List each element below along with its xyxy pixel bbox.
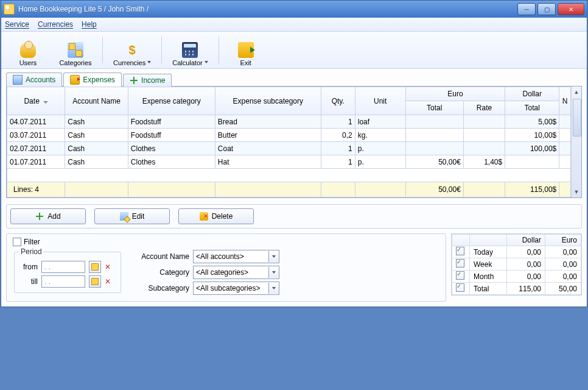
grid-footer: Lines: 4 50,00€ 115,00$	[7, 182, 571, 197]
period-label: Period	[19, 247, 43, 256]
sort-desc-icon	[43, 101, 48, 104]
maximize-button[interactable]: ▢	[537, 3, 556, 15]
from-date-picker[interactable]	[89, 261, 101, 273]
col-subcategory[interactable]: Expense subcategory	[215, 87, 321, 115]
table-row[interactable]: 01.07.2011CashClothesHat1p.50,00€1,40$	[7, 155, 571, 169]
exit-icon	[238, 42, 254, 58]
users-icon	[20, 42, 36, 58]
col-n[interactable]: N	[559, 87, 571, 115]
toolbar-exit[interactable]: Exit	[223, 32, 269, 68]
chevron-down-icon	[268, 283, 279, 294]
tab-strip: Accounts Expenses Income	[6, 71, 582, 87]
add-button[interactable]: Add	[10, 208, 86, 224]
title-bar: Home Bookkeeping Lite 5 / John Smith / ─…	[1, 1, 587, 18]
till-date-picker[interactable]	[89, 275, 101, 288]
delete-icon	[200, 212, 208, 221]
col-dollar-group[interactable]: Dollar	[505, 87, 559, 101]
toolbar-categories[interactable]: Categories	[52, 32, 99, 68]
accounts-icon	[13, 75, 23, 85]
toolbar-separator	[161, 37, 162, 63]
filter-category-combo[interactable]: <All categories>	[193, 266, 279, 279]
window-title: Home Bookkeeping Lite 5 / John Smith /	[18, 5, 517, 13]
table-row[interactable]: 02.07.2011CashClothesCoat1p.100,00$	[7, 142, 571, 155]
col-dollar-total[interactable]: Total	[505, 101, 559, 115]
from-date-clear[interactable]	[105, 263, 113, 271]
till-date-clear[interactable]	[105, 277, 113, 286]
summary-head-dollar: Dollar	[507, 235, 545, 246]
calendar-icon	[91, 263, 99, 271]
from-label: from	[19, 263, 38, 271]
toolbar-separator	[219, 37, 219, 63]
scroll-up-icon[interactable]: ▲	[573, 88, 580, 96]
categories-icon	[68, 42, 83, 58]
filter-subcategory-combo[interactable]: <All subcategories>	[193, 282, 279, 295]
col-unit[interactable]: Unit	[355, 87, 405, 115]
toolbar-calculator[interactable]: Calculator	[166, 32, 215, 68]
grid-empty-area[interactable]	[7, 169, 571, 182]
summary-row: Month0,000,00	[452, 271, 581, 283]
toolbar-users[interactable]: Users	[5, 32, 51, 68]
table-row[interactable]: 04.07.2011CashFoodstuffBread1loaf5,00$	[7, 115, 571, 129]
app-icon	[4, 4, 15, 15]
tab-accounts[interactable]: Accounts	[6, 73, 62, 87]
menu-help[interactable]: Help	[82, 20, 97, 29]
toolbar: Users Categories Currencies Calculator E…	[1, 32, 587, 69]
scroll-down-icon[interactable]: ▼	[573, 188, 580, 196]
close-button[interactable]: ✕	[558, 3, 584, 15]
col-euro-total[interactable]: Total	[405, 101, 463, 115]
filter-checkbox[interactable]	[13, 238, 21, 246]
menu-bar: Service Currencies Help	[1, 18, 587, 32]
toolbar-currencies[interactable]: Currencies	[107, 32, 158, 68]
filter-account-label: Account Name	[128, 252, 189, 261]
menu-currencies[interactable]: Currencies	[38, 20, 73, 29]
summary-head-euro: Euro	[545, 235, 581, 246]
menu-service[interactable]: Service	[5, 20, 29, 29]
delete-button[interactable]: Delete	[178, 208, 254, 224]
table-row[interactable]: 03.07.2011CashFoodstuffButter0,2kg.10,00…	[7, 129, 571, 142]
edit-button[interactable]: Edit	[94, 208, 170, 224]
vertical-scrollbar[interactable]: ▲ ▼	[571, 87, 581, 197]
col-account[interactable]: Account Name	[65, 87, 128, 115]
chevron-down-icon	[268, 267, 279, 278]
calculator-icon	[182, 42, 198, 58]
col-qty[interactable]: Qty.	[321, 87, 355, 115]
period-group: Period from . . till . .	[14, 247, 121, 293]
filter-account-combo[interactable]: <All accounts>	[193, 250, 279, 263]
till-label: till	[19, 277, 38, 286]
filter-panel: Filter Period from . . till . .	[6, 233, 446, 302]
summary-row: Total115,0050,00	[452, 283, 581, 295]
action-bar: Add Edit Delete	[6, 204, 582, 229]
chevron-down-icon	[147, 61, 151, 63]
app-window: Home Bookkeeping Lite 5 / John Smith / ─…	[1, 0, 587, 307]
tab-expenses[interactable]: Expenses	[63, 73, 122, 87]
col-date[interactable]: Date	[7, 87, 65, 115]
filter-subcategory-label: Subcategory	[128, 284, 189, 292]
scroll-thumb[interactable]	[573, 99, 581, 136]
summary-row: Today0,000,00	[452, 246, 581, 258]
chevron-down-icon	[205, 61, 208, 63]
summary-checkbox[interactable]	[456, 247, 464, 255]
from-date-input[interactable]: . .	[41, 261, 85, 273]
col-euro-group[interactable]: Euro	[405, 87, 505, 101]
summary-row: Week0,000,00	[452, 258, 581, 271]
col-rate[interactable]: Rate	[463, 101, 505, 115]
plus-icon	[35, 212, 44, 221]
currency-icon	[124, 42, 140, 58]
summary-checkbox[interactable]	[456, 283, 464, 292]
expense-grid: Date Account Name Expense category Expen…	[6, 87, 582, 198]
tab-income[interactable]: Income	[123, 74, 172, 87]
minimize-button[interactable]: ─	[517, 3, 536, 15]
filter-category-label: Category	[128, 268, 189, 277]
expenses-icon	[70, 75, 80, 85]
summary-checkbox[interactable]	[456, 271, 464, 280]
summary-checkbox[interactable]	[456, 259, 464, 268]
till-date-input[interactable]: . .	[41, 275, 85, 288]
col-category[interactable]: Expense category	[128, 87, 215, 115]
summary-panel: Dollar Euro Today0,000,00Week0,000,00Mon…	[451, 233, 582, 296]
filter-label: Filter	[24, 238, 40, 246]
window-controls: ─ ▢ ✕	[517, 3, 584, 15]
toolbar-separator	[102, 37, 103, 63]
bottom-panel: Filter Period from . . till . .	[6, 233, 582, 302]
edit-icon	[120, 212, 128, 221]
chevron-down-icon	[268, 251, 279, 262]
